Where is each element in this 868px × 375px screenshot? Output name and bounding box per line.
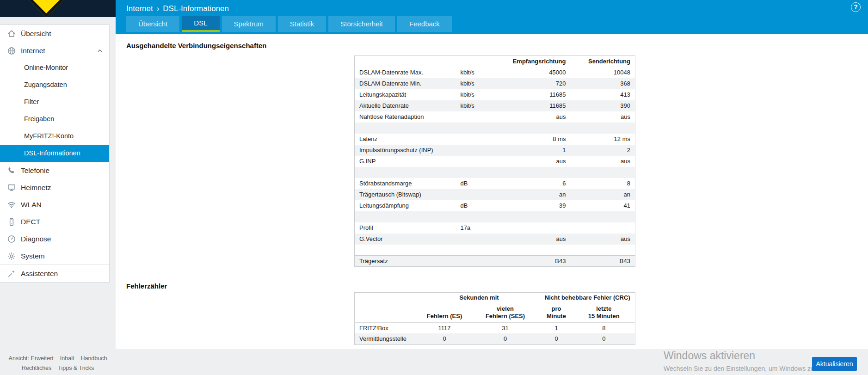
table-header-row: Empfangsrichtung Senderichtung: [355, 56, 635, 67]
table-row: Latenz 8 ms 12 ms: [355, 134, 635, 145]
column-header-rx: Empfangsrichtung: [495, 56, 571, 67]
globe-icon: [6, 46, 17, 56]
table-row: DSLAM-Datenrate Max. kbit/s 45000 10048: [355, 67, 635, 78]
column-header-crc-15: letzte 15 Minuten: [573, 303, 635, 323]
sidebar-item-dect[interactable]: DECT: [0, 213, 109, 230]
table-row: Aktuelle Datenrate kbit/s 11685 390: [355, 100, 635, 111]
sidebar-item-diagnose[interactable]: Diagnose: [0, 230, 109, 247]
internet-submenu: Online-Monitor Zugangsdaten Filter Freig…: [0, 59, 109, 162]
sidebar-item-label: Übersicht: [21, 30, 51, 38]
table-row: Impulsstörungsschutz (INP) 1 2: [355, 145, 635, 156]
sidebar-item-telefonie[interactable]: Telefonie: [0, 162, 109, 179]
sidebar-subitem-freigaben[interactable]: Freigaben: [0, 111, 109, 128]
table-row: [355, 245, 635, 256]
table-row: Trägersatz B43 B43: [355, 256, 635, 267]
bottom-bar: Ansicht: ErweitertInhaltHandbuch Rechtli…: [0, 349, 868, 375]
wifi-icon: [6, 200, 17, 210]
sidebar: Übersicht Internet Online-Monitor Zugang…: [0, 25, 110, 283]
network-icon: [6, 183, 17, 193]
sidebar-item-label: System: [21, 252, 45, 260]
sidebar-item-label: Heimnetz: [21, 184, 51, 192]
sidebar-item-internet[interactable]: Internet: [0, 42, 109, 59]
tab-uebersicht[interactable]: Übersicht: [126, 16, 179, 32]
sidebar-item-assistenten[interactable]: Assistenten: [0, 265, 109, 282]
sidebar-item-wlan[interactable]: WLAN: [0, 196, 109, 213]
content-area: Ausgehandelte Verbindungseigenschaften E…: [116, 34, 868, 349]
gear-icon: [6, 251, 17, 261]
sidebar-item-label: Internet: [21, 47, 45, 55]
table-row: G.Vector aus aus: [355, 234, 635, 245]
column-header-crc-min: pro Minute: [540, 303, 573, 323]
sidebar-item-label: DECT: [21, 218, 40, 226]
gauge-icon: [6, 234, 17, 244]
sidebar-subitem-zugangsdaten[interactable]: Zugangsdaten: [0, 76, 109, 93]
sidebar-subitem-dsl-informationen[interactable]: DSL-Informationen: [0, 145, 109, 162]
group-header-crc: Nicht behebbare Fehler (CRC): [540, 293, 635, 303]
tipps-link[interactable]: Tipps & Tricks: [58, 365, 94, 371]
table-row: [355, 123, 635, 134]
sidebar-item-label: Telefonie: [21, 166, 49, 175]
tab-feedback[interactable]: Feedback: [397, 16, 452, 32]
sidebar-item-system[interactable]: System: [0, 247, 109, 264]
update-button[interactable]: Aktualisieren: [812, 357, 857, 371]
connection-properties-table: Empfangsrichtung Senderichtung DSLAM-Dat…: [354, 55, 635, 267]
table-row: [355, 211, 635, 222]
help-icon[interactable]: ?: [851, 2, 861, 12]
sidebar-subitem-filter[interactable]: Filter: [0, 93, 109, 111]
sidebar-subitem-online-monitor[interactable]: Online-Monitor: [0, 59, 109, 76]
table-row: DSLAM-Datenrate Min. kbit/s 720 368: [355, 78, 635, 89]
table-group-header-row: Sekunden mit Nicht behebbare Fehler (CRC…: [355, 293, 635, 303]
rechtliches-link[interactable]: Rechtliches: [22, 365, 52, 371]
handbuch-link[interactable]: Handbuch: [80, 355, 107, 362]
table-row: Vermittlungsstelle 0 0 0 0: [355, 333, 635, 344]
table-row: Leitungsdämpfung dB 39 41: [355, 200, 635, 211]
handset-icon: [6, 217, 17, 227]
fritz-logo[interactable]: [0, 0, 116, 17]
phone-icon: [6, 166, 17, 176]
table-row: Profil 17a: [355, 222, 635, 234]
section-title-connection: Ausgehandelte Verbindungseigenschaften: [126, 42, 266, 49]
tab-stoersicherheit[interactable]: Störsicherheit: [328, 16, 395, 32]
fritz-logo-icon: [19, 0, 74, 17]
column-header-tx: Senderichtung: [571, 56, 635, 67]
breadcrumb-section[interactable]: Internet: [126, 4, 153, 13]
table-row: Trägertausch (Bitswap) an an: [355, 189, 635, 200]
table-row: Nahtlose Ratenadaption aus aus: [355, 111, 635, 123]
sidebar-item-label: Assistenten: [21, 270, 58, 278]
breadcrumb-page: DSL-Informationen: [163, 4, 229, 13]
table-row: Leitungskapazität kbit/s 11685 413: [355, 89, 635, 100]
chevron-up-icon: [96, 47, 104, 55]
column-header-ses: vielen Fehlern (SES): [471, 303, 540, 323]
inhalt-link[interactable]: Inhalt: [60, 355, 74, 362]
tab-statistik[interactable]: Statistik: [278, 16, 326, 32]
sidebar-item-label: Diagnose: [21, 235, 51, 243]
table-row: Störabstandsmarge dB 6 8: [355, 178, 635, 189]
tab-dsl[interactable]: DSL: [182, 16, 219, 32]
table-header-row: Fehlern (ES) vielen Fehlern (SES) pro Mi…: [355, 303, 635, 323]
error-counter-table: Sekunden mit Nicht behebbare Fehler (CRC…: [354, 292, 635, 345]
breadcrumb: Internet›DSL-Informationen: [126, 4, 229, 13]
sidebar-item-uebersicht[interactable]: Übersicht: [0, 25, 109, 42]
home-icon: [6, 29, 17, 39]
sidebar-item-label: WLAN: [21, 201, 42, 209]
sidebar-subitem-myfritz-konto[interactable]: MyFRITZ!-Konto: [0, 128, 109, 145]
table-row: [355, 167, 635, 178]
table-row: FRITZ!Box 1117 31 1 8: [355, 322, 635, 333]
column-header-es: Fehlern (ES): [419, 303, 471, 323]
table-row: G.INP aus aus: [355, 156, 635, 167]
footer-links: Ansicht: ErweitertInhaltHandbuch Rechtli…: [0, 355, 116, 375]
tab-spektrum[interactable]: Spektrum: [222, 16, 276, 32]
group-header-seconds: Sekunden mit: [419, 293, 540, 303]
tab-bar: Übersicht DSL Spektrum Statistik Störsic…: [126, 16, 452, 32]
view-mode-link[interactable]: Ansicht: Erweitert: [9, 355, 54, 362]
section-title-errors: Fehlerzähler: [126, 282, 167, 290]
top-header: Internet›DSL-Informationen ? Übersicht D…: [116, 0, 868, 34]
wand-icon: [6, 269, 17, 279]
breadcrumb-separator: ›: [157, 4, 160, 13]
sidebar-item-heimnetz[interactable]: Heimnetz: [0, 179, 109, 196]
